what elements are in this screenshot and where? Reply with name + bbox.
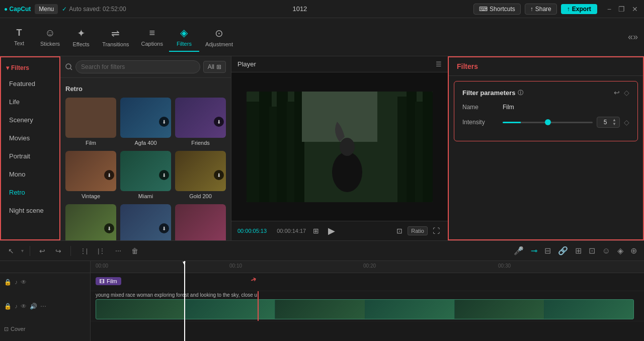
tool-effects[interactable]: ✦ Effects	[66, 23, 96, 51]
emoji-button[interactable]: ☺	[600, 244, 612, 258]
magnet-button[interactable]: ⊸	[529, 244, 539, 258]
tool-text[interactable]: T Text	[4, 24, 34, 50]
timeline-toolbar: ↖ ▾ ↩ ↪ ⋮| |⋮ ⋯ 🗑 🎤 ⊸ ⊟ 🔗 ⊞ ⊡ ☺ ◈ ⊕	[0, 241, 644, 261]
track2-more-icon[interactable]: ⋯	[40, 303, 46, 310]
toolbar-separator-1	[30, 246, 30, 256]
filter-card-friends[interactable]: ⬇ Friends	[175, 98, 226, 147]
menu-button[interactable]: Menu	[35, 4, 58, 14]
filter-card-agfa400-label: Agfa 400	[120, 140, 171, 147]
filter-card-extra1[interactable]: ⬇	[65, 204, 116, 240]
param-intensity-row: Intensity 5 ▲ ▼ ◇	[462, 117, 629, 128]
player-video-bg	[247, 92, 433, 202]
film-chip-icon: 🎞	[100, 279, 105, 284]
sidebar-header[interactable]: ▾ Filters	[1, 61, 59, 74]
filter-all-button[interactable]: All ⊞	[203, 61, 226, 73]
intensity-arrows: ▲ ▼	[612, 118, 616, 126]
tool-adjustment-label: Adjustment	[205, 41, 233, 47]
sidebar-item-featured[interactable]: Featured	[3, 75, 57, 93]
sidebar-item-scenery[interactable]: Scenery	[3, 111, 57, 129]
audio-button[interactable]: 🎤	[512, 244, 526, 258]
intensity-slider[interactable]	[503, 122, 593, 123]
shortcuts-button[interactable]: ⌨ Shortcuts	[473, 4, 521, 15]
track2-volume-icon[interactable]: 🔊	[30, 303, 37, 310]
align-button[interactable]: ⊞	[573, 244, 584, 258]
top-bar-right: ⌨ Shortcuts ↑ Share ↑ Export − ❐ ✕	[473, 4, 640, 15]
tool-filters[interactable]: ◈ Filters	[169, 23, 199, 52]
track1-audio-icon[interactable]: ♪	[15, 279, 18, 286]
filter-grid: Film ⬇ Agfa 400 ⬇ Friends	[65, 98, 226, 240]
tool-adjustment[interactable]: ⊙ Adjustment	[199, 23, 239, 51]
filter-card-miami[interactable]: ⬇ Miami	[120, 151, 171, 200]
video-frame-3	[275, 300, 365, 319]
share-button[interactable]: ↑ Share	[525, 4, 557, 15]
tool-captions[interactable]: ≡ Captions	[135, 23, 169, 51]
split2-button[interactable]: |⋮	[95, 245, 108, 257]
merge-button[interactable]: ⋯	[112, 245, 124, 257]
download-badge-extra1: ⬇	[104, 223, 114, 233]
caption-button[interactable]: ⊡	[587, 244, 597, 258]
share-icon: ↑	[530, 6, 533, 13]
app-logo: ● CapCut	[4, 6, 31, 13]
filter-card-vintage[interactable]: ⬇ Vintage	[65, 151, 116, 200]
undo-button[interactable]: ↩	[36, 245, 48, 257]
tools-collapse-button[interactable]: «»	[626, 30, 640, 44]
right-panel: Filters Filter parameters ⓘ ↩ ◇ Name Fil…	[448, 56, 644, 240]
tool-transitions[interactable]: ⇌ Transitions	[96, 23, 135, 51]
sidebar-collapse-icon: ▾	[6, 64, 9, 71]
player-menu-icon[interactable]: ☰	[436, 60, 442, 68]
split-button[interactable]: ⋮|	[77, 245, 91, 257]
filter-card-agfa400[interactable]: ⬇ Agfa 400	[120, 98, 171, 147]
ratio-button[interactable]: Ratio	[408, 226, 428, 235]
ripple-button[interactable]: ⊟	[542, 244, 553, 258]
params-reset-icon[interactable]: ↩	[614, 89, 620, 97]
tool-text-label: Text	[14, 40, 24, 46]
pointer-tool-button[interactable]: ↖	[5, 245, 17, 257]
track2-eye-icon[interactable]: 👁	[21, 303, 27, 310]
tool-stickers[interactable]: ☺ Stickers	[34, 23, 66, 51]
minimize-button[interactable]: −	[605, 4, 613, 14]
track2-audio-icon[interactable]: ♪	[15, 303, 18, 310]
filter-card-extra3[interactable]	[175, 204, 226, 240]
track1-eye-icon[interactable]: 👁	[21, 279, 27, 286]
filter-search-bar: All ⊞	[60, 56, 231, 78]
params-diamond-icon[interactable]: ◇	[624, 89, 629, 97]
crop-button[interactable]: ⊡	[394, 226, 405, 236]
export-button[interactable]: ↑ Export	[561, 4, 597, 14]
link-button[interactable]: 🔗	[556, 244, 570, 258]
filter-section-title: Retro	[65, 85, 226, 93]
sidebar-item-portrait[interactable]: Portrait	[3, 147, 57, 165]
intensity-down-button[interactable]: ▼	[612, 122, 616, 126]
video-frame-4	[365, 300, 455, 319]
fullscreen-button[interactable]: ⛶	[431, 226, 442, 236]
params-actions: ↩ ◇	[614, 89, 629, 97]
delete-button[interactable]: 🗑	[128, 245, 141, 257]
filter-card-gold200[interactable]: ⬇ Gold 200	[175, 151, 226, 200]
sidebar-item-retro[interactable]: Retro	[3, 184, 57, 201]
track2-lock-icon[interactable]: 🔒	[4, 303, 12, 310]
export-icon: ↑	[567, 6, 570, 13]
play-button[interactable]: ▶	[326, 224, 337, 237]
maximize-button[interactable]: ❐	[616, 4, 627, 14]
sidebar-item-movies[interactable]: Movies	[3, 129, 57, 147]
main-layout: ▾ Filters Featured Life Scenery Movies P…	[0, 56, 644, 240]
close-button[interactable]: ✕	[630, 4, 640, 14]
zoom-button[interactable]: ⊕	[628, 244, 639, 258]
track1-lock-icon[interactable]: 🔒	[4, 279, 12, 286]
right-panel-title: Filters	[457, 62, 478, 70]
filter-card-film[interactable]: Film	[65, 98, 116, 147]
redo-button[interactable]: ↪	[52, 245, 64, 257]
intensity-reset-icon[interactable]: ◇	[624, 118, 629, 126]
sidebar-item-night-scene[interactable]: Night scene	[3, 202, 57, 219]
filter-card-extra2[interactable]: ⬇	[120, 204, 171, 240]
player-video-content	[247, 92, 433, 202]
grid-view-button[interactable]: ⊞	[311, 226, 321, 236]
sticker-button[interactable]: ◈	[615, 244, 625, 258]
player-video	[247, 92, 433, 202]
sidebar-item-life[interactable]: Life	[3, 93, 57, 111]
filter-search-input[interactable]	[75, 60, 200, 73]
arrow-marker: ➔	[250, 274, 258, 284]
sidebar-item-mono[interactable]: Mono	[3, 165, 57, 183]
film-chip[interactable]: 🎞 Film	[96, 277, 121, 285]
timeline-area: ↖ ▾ ↩ ↪ ⋮| |⋮ ⋯ 🗑 🎤 ⊸ ⊟ 🔗 ⊞ ⊡ ☺ ◈ ⊕ 🔒 ♪	[0, 240, 644, 341]
timeline-right-tools: 🎤 ⊸ ⊟ 🔗 ⊞ ⊡ ☺ ◈ ⊕	[512, 244, 639, 258]
